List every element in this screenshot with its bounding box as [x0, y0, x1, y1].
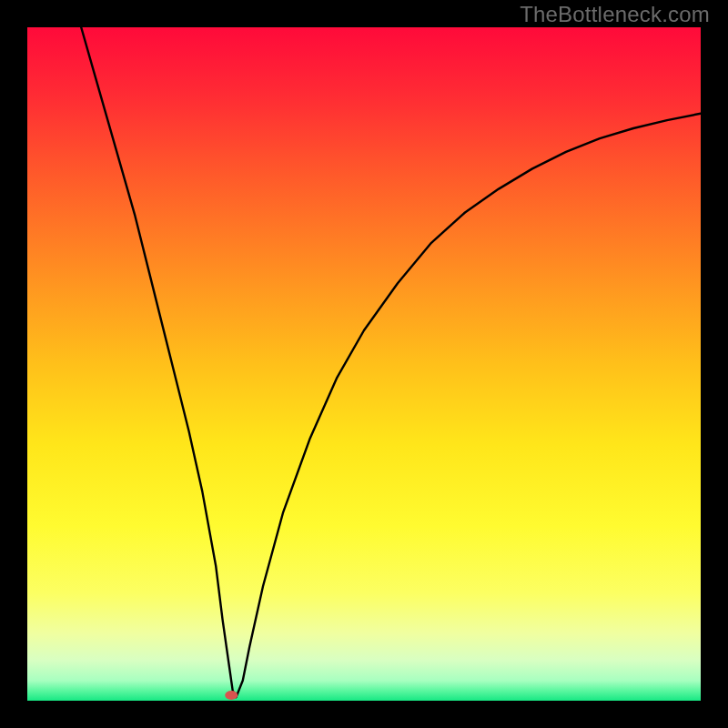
- chart-frame: TheBottleneck.com: [0, 0, 728, 728]
- optimum-marker: [225, 691, 238, 700]
- gradient-background: [27, 27, 701, 701]
- chart-svg: [27, 27, 701, 701]
- watermark-text: TheBottleneck.com: [520, 2, 710, 27]
- plot-area: [27, 27, 701, 701]
